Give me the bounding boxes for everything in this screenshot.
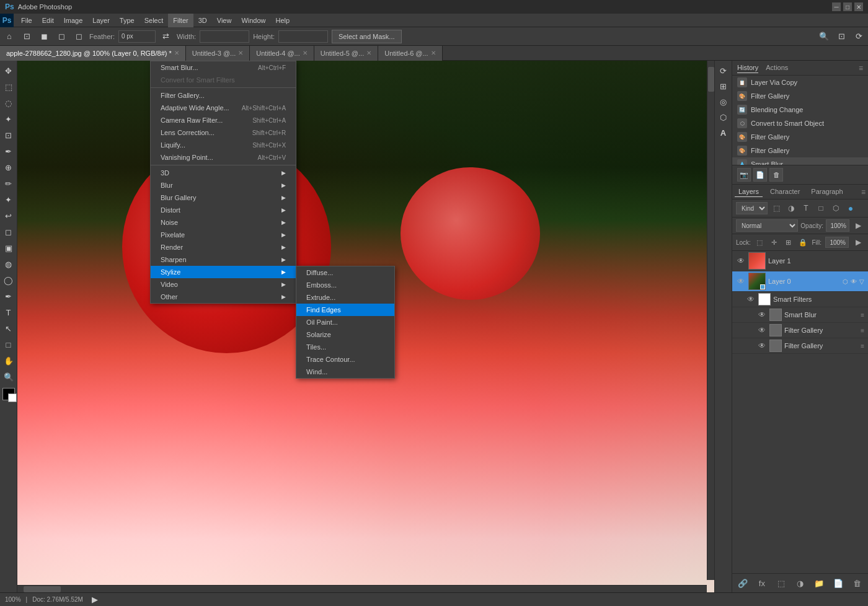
zoom-tool[interactable]: 🔍 — [1, 369, 16, 384]
tab-main[interactable]: apple-2788662_1280.jpg @ 100% (Layer 0, … — [0, 46, 186, 61]
menu-edit[interactable]: Edit — [37, 14, 59, 27]
tab-untitled3[interactable]: Untitled-3 @... ✕ — [186, 46, 250, 61]
tab-close-3[interactable]: ✕ — [238, 50, 243, 56]
sf-item-smart-blur[interactable]: 👁 Smart Blur ≡ — [732, 307, 868, 323]
lock-pixels-btn[interactable]: ⬚ — [755, 237, 765, 248]
stylize-emboss[interactable]: Emboss... — [296, 279, 394, 291]
lock-position-btn[interactable]: ✛ — [769, 237, 779, 248]
menu-help[interactable]: Help — [271, 14, 295, 27]
move-tool[interactable]: ✥ — [1, 63, 16, 78]
shape-tool[interactable]: □ — [1, 337, 16, 352]
path-selection-tool[interactable]: ↖ — [1, 321, 16, 336]
layer-link-btn[interactable]: 🔗 — [736, 576, 750, 590]
filter-3d[interactable]: 3D ▶ — [151, 167, 296, 179]
select-mask-button[interactable]: Select and Mask... — [332, 30, 402, 43]
history-brush-tool[interactable]: ↩ — [1, 208, 16, 223]
sf-item-filter-gallery-1[interactable]: 👁 Filter Gallery ≡ — [732, 323, 868, 338]
filter-gallery[interactable]: Filter Gallery... — [151, 89, 296, 102]
menu-window[interactable]: Window — [236, 14, 270, 27]
filter-blur-gallery[interactable]: Blur Gallery ▶ — [151, 191, 296, 204]
background-color[interactable] — [8, 393, 17, 402]
magic-wand-tool[interactable]: ✦ — [1, 112, 16, 126]
menu-layer[interactable]: Layer — [87, 14, 115, 27]
scroll-thumb-horizontal[interactable] — [24, 586, 61, 592]
scroll-thumb-vertical[interactable] — [708, 67, 714, 92]
layer-smart-icon[interactable]: ⬡ — [830, 202, 842, 214]
filter-distort[interactable]: Distort ▶ — [151, 204, 296, 216]
menu-file[interactable]: File — [16, 14, 37, 27]
stylize-find-edges[interactable]: Find Edges — [296, 304, 394, 316]
menu-select[interactable]: Select — [140, 14, 169, 27]
filter-convert-smart[interactable]: Convert for Smart Filters — [151, 74, 296, 86]
text-tool[interactable]: T — [1, 305, 16, 320]
layers-tab[interactable]: Layers — [735, 187, 763, 197]
layer-0-visibility[interactable]: 👁 — [736, 276, 746, 286]
layer-mask-btn[interactable]: ⬚ — [774, 576, 788, 590]
lasso-tool[interactable]: ◌ — [1, 95, 16, 110]
layers-panel-menu[interactable]: ≡ — [861, 188, 866, 196]
text-icon-btn[interactable]: A — [716, 125, 731, 140]
selection-tool[interactable]: ⬚ — [1, 79, 16, 94]
history-tab[interactable]: History — [737, 63, 758, 73]
fill-input[interactable] — [825, 237, 849, 248]
tab-untitled4[interactable]: Untitled-4 @... ✕ — [250, 46, 314, 61]
stylize-wind[interactable]: Wind... — [296, 366, 394, 378]
history-item-smart-blur[interactable]: 💧 Smart Blur — [732, 157, 868, 165]
blur-tool[interactable]: ◍ — [1, 257, 16, 271]
history-item-layer-via-copy[interactable]: 📋 Layer Via Copy — [732, 76, 868, 89]
layer-circle-icon[interactable]: ● — [844, 202, 857, 214]
sf-visibility[interactable]: 👁 — [746, 294, 756, 304]
close-button[interactable]: ✕ — [854, 2, 863, 11]
tab-main-close[interactable]: ✕ — [174, 50, 179, 56]
tab-close-4[interactable]: ✕ — [303, 50, 308, 56]
sf-gallery2-settings[interactable]: ≡ — [861, 343, 864, 349]
filter-sharpen[interactable]: Sharpen ▶ — [151, 253, 296, 266]
filter-blur[interactable]: Blur ▶ — [151, 179, 296, 191]
layer-type-icon[interactable]: T — [800, 202, 812, 214]
crop-tool[interactable]: ⊡ — [1, 128, 16, 143]
smart-object-icon-btn[interactable]: ⬡ — [716, 110, 731, 125]
stylize-extrude[interactable]: Extrude... — [296, 291, 394, 304]
eyedropper-tool[interactable]: ✒ — [1, 144, 16, 159]
filter-pixelate[interactable]: Pixelate ▶ — [151, 229, 296, 241]
stylize-diffuse[interactable]: Diffuse... — [296, 266, 394, 279]
filter-vanishing-point[interactable]: Vanishing Point... Alt+Ctrl+V — [151, 151, 296, 164]
filter-camera-raw[interactable]: Camera Raw Filter... Shift+Ctrl+A — [151, 114, 296, 126]
history-item-filter-gallery-2[interactable]: 🎨 Filter Gallery — [732, 130, 868, 144]
hand-tool[interactable]: ✋ — [1, 353, 16, 368]
height-input[interactable] — [278, 30, 328, 43]
layer-fx-btn[interactable]: fx — [755, 576, 769, 590]
swap-icon[interactable]: ⇄ — [159, 30, 173, 43]
title-bar-controls[interactable]: ─ □ ✕ — [832, 2, 863, 11]
dodge-tool[interactable]: ◯ — [1, 273, 16, 288]
home-icon-btn[interactable]: ⌂ — [2, 30, 16, 43]
filter-video[interactable]: Video ▶ — [151, 278, 296, 291]
brush-tool[interactable]: ✏ — [1, 176, 16, 191]
feather-input[interactable] — [118, 30, 156, 43]
menu-filter[interactable]: Filter — [168, 14, 193, 27]
gradient-tool[interactable]: ▣ — [1, 240, 16, 255]
properties-icon-btn[interactable]: ◎ — [716, 94, 731, 109]
layers-mode-select[interactable]: Normal — [736, 219, 798, 232]
paragraph-tab[interactable]: Paragraph — [807, 187, 846, 197]
filter-noise[interactable]: Noise ▶ — [151, 216, 296, 229]
history-item-blending-change[interactable]: 🔄 Blending Change — [732, 103, 868, 116]
tab-untitled5[interactable]: Untitled-5 @... ✕ — [314, 46, 378, 61]
layer-item-1[interactable]: 👁 Layer 1 — [732, 251, 868, 271]
tab-close-5[interactable]: ✕ — [366, 50, 371, 56]
selection-tool-btn[interactable]: ⊡ — [20, 30, 33, 43]
filter-adaptive-wide[interactable]: Adaptive Wide Angle... Alt+Shift+Ctrl+A — [151, 102, 296, 114]
opacity-arrow[interactable]: ▶ — [852, 219, 864, 232]
history-item-filter-gallery-1[interactable]: 🎨 Filter Gallery — [732, 89, 868, 103]
canvas-scroll-bottom[interactable] — [17, 585, 707, 592]
canvas-area[interactable]: Smart Blur... Alt+Ctrl+F Convert for Sma… — [17, 61, 714, 592]
layer-shape-icon[interactable]: □ — [815, 202, 827, 214]
sf-item-filter-gallery-2[interactable]: 👁 Filter Gallery ≡ — [732, 338, 868, 354]
history-new-doc-btn[interactable]: 📄 — [753, 168, 767, 182]
tool-option-1[interactable]: ◼ — [37, 30, 51, 43]
layer-item-0[interactable]: 👁 Layer 0 ⬡ 👁 ▽ — [732, 271, 868, 292]
history-panel-menu[interactable]: ≡ — [859, 64, 863, 72]
sf-gallery1-visibility[interactable]: 👁 — [757, 325, 767, 335]
filter-smart-blur[interactable]: Smart Blur... Alt+Ctrl+F — [151, 61, 296, 74]
foreground-color[interactable] — [2, 388, 15, 400]
